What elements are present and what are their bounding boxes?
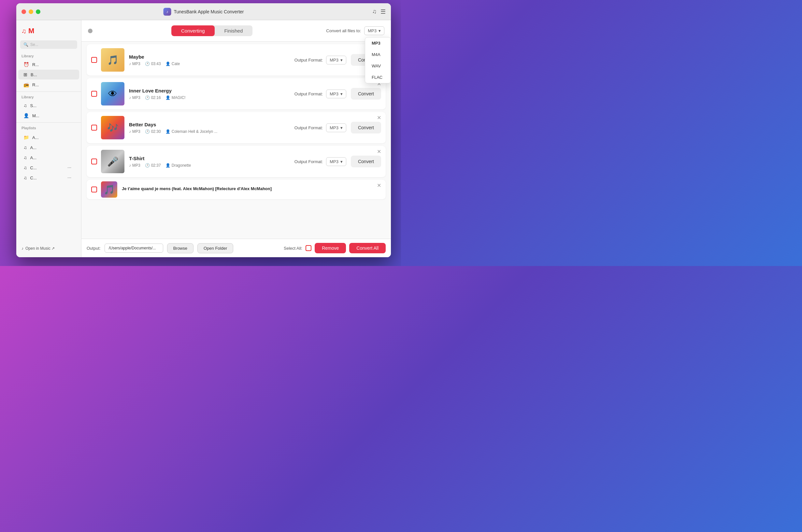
person-icon-inner: 👤 [166,95,170,100]
open-folder-button[interactable]: Open Folder [198,243,233,253]
song-thumb-jem: 🎵 [101,182,117,197]
playlist-icon-c1: ♫ [23,165,27,170]
browse-icon: ⊞ [23,72,27,77]
close-button[interactable] [21,10,26,14]
thumb-inner-img: 👁 [101,82,125,106]
sidebar-item-playlist-3[interactable]: ♫ A... [18,153,79,163]
song-row-maybe: 🎵 Maybe ♪ MP3 🕐 03:43 [87,44,386,76]
sidebar-item-membership[interactable]: 👤 M... [18,111,79,120]
minimize-button[interactable] [29,10,33,14]
dropdown-option-mp3[interactable]: MP3 [365,37,391,49]
browse-button[interactable]: Browse [167,243,193,253]
song-format-dropdown-inner[interactable]: MP3 ▾ [326,90,346,98]
menu-icon[interactable]: ☰ [380,8,386,15]
song-row-inner: ✕ 👁 Inner Love Energy ♪ MP3 [87,78,386,109]
convert-button-better[interactable]: Convert [351,122,381,133]
membership-icon: 👤 [23,113,29,118]
song-row-better: ✕ 🎶 Better Days ♪ MP3 🕐 [87,112,386,143]
sidebar-item-playlist-2[interactable]: ♫ A... [18,142,79,152]
sidebar-item-radio[interactable]: 📻 R... [18,80,79,90]
song-thumb-inner: 👁 [101,82,125,106]
song-format-dropdown-tshirt[interactable]: MP3 ▾ [326,157,346,166]
song-format-dropdown-better[interactable]: MP3 ▾ [326,124,346,132]
converter-header: Converting Finished Convert all files to… [81,20,391,42]
song-artist-inner: 👤 MAGIC! [166,95,186,100]
songs-icon: ♫ [23,103,27,108]
song-title-maybe: Maybe [129,54,295,60]
tab-finished[interactable]: Finished [215,25,253,36]
select-all-group: Select All: Remove Convert All [284,243,386,253]
output-path: /Users/apple/Documents/... [105,244,163,253]
song-thumb-tshirt: 🎤 [101,150,125,173]
convert-all-button[interactable]: Convert All [349,243,386,253]
maximize-button[interactable] [36,10,40,14]
song-checkbox-tshirt[interactable] [91,158,97,165]
titlebar-title: TunesBank Apple Music Converter [174,9,244,14]
titlebar: ♪ TunesBank Apple Music Converter ♫ ☰ [16,3,391,20]
song-meta-tshirt: ♪ MP3 🕐 02:37 👤 Dragonette [129,163,295,168]
sidebar-item-playlist-c1[interactable]: ♫ C... ⋯ [18,163,79,173]
convert-button-tshirt[interactable]: Convert [351,156,381,167]
music-note-icon-better: ♪ [129,129,131,134]
traffic-lights [21,10,40,14]
song-artist-maybe: 👤 Cate [166,61,180,66]
convert-button-inner[interactable]: Convert [351,88,381,100]
sidebar-item-browse[interactable]: ⊞ B... [18,70,79,79]
sidebar-item-songs[interactable]: ♫ S... [18,101,79,110]
song-thumb-maybe: 🎵 [101,48,125,72]
song-title-tshirt: T-Shirt [129,156,295,161]
select-all-checkbox[interactable] [305,245,312,251]
output-label: Output: [87,246,101,251]
converter-panel: Converting Finished Convert all files to… [81,20,391,257]
song-meta-better: ♪ MP3 🕐 02:30 👤 Coleman Hell & Jocelyn .… [129,129,295,134]
song-output-better: Output Format: MP3 ▾ [295,124,346,132]
playlist-items: 📁 A... ♫ A... ♫ A... ♫ C... ⋯ ♫ [16,133,81,183]
chevron-icon-tshirt: ▾ [340,159,343,164]
close-button-tshirt[interactable]: ✕ [377,149,381,154]
remove-button[interactable]: Remove [315,243,346,253]
song-title-inner: Inner Love Energy [129,88,295,93]
playlist-icon-c2: ♫ [23,175,27,180]
clock-icon-better: 🕐 [145,129,150,134]
song-checkbox-inner[interactable] [91,91,97,97]
person-icon-tshirt: 👤 [166,163,170,168]
sidebar-divider-2 [16,122,81,123]
song-format-tshirt: ♪ MP3 [129,163,141,168]
select-all-label: Select All: [284,246,302,251]
sidebar-item-recents[interactable]: ⏰ R... [18,60,79,69]
music-icon: ♪ [21,246,23,251]
song-info-maybe: Maybe ♪ MP3 🕐 03:43 👤 [129,54,295,66]
song-duration-maybe: 🕐 03:43 [145,61,161,66]
main-window: ♪ TunesBank Apple Music Converter ♫ ☰ ♫ … [16,3,391,257]
header-spacer [88,28,98,33]
dropdown-option-wav[interactable]: WAV [365,60,391,72]
tab-converting[interactable]: Converting [171,25,215,36]
song-info-better: Better Days ♪ MP3 🕐 02:30 👤 [129,122,295,134]
sidebar-search[interactable]: 🔍 Se... [20,40,77,49]
format-dropdown[interactable]: MP3 ▾ [364,26,385,35]
playlist-folder-icon: 📁 [23,135,29,140]
song-checkbox-jem[interactable] [91,187,97,192]
song-checkbox-maybe[interactable] [91,57,97,63]
dropdown-option-m4a[interactable]: M4A [365,49,391,60]
clock-icon: 🕐 [145,61,150,66]
music-note-icon-tshirt: ♪ [129,163,131,168]
open-in-music[interactable]: ♪ Open in Music ↗ [16,244,81,253]
song-checkbox-better[interactable] [91,125,97,131]
tab-group: Converting Finished [171,25,253,36]
library-label: Library [16,53,81,59]
sidebar-item-playlist-c2[interactable]: ♫ C... ⋯ [18,173,79,183]
format-selector: Convert all files to: MP3 ▾ MP3 M4A WAV … [326,26,385,35]
titlebar-right: ♫ ☰ [372,8,386,15]
song-meta-inner: ♪ MP3 🕐 02:16 👤 MAGIC! [129,95,295,100]
playlist-icon[interactable]: ♫ [372,8,377,15]
song-output-inner: Output Format: MP3 ▾ [295,90,346,98]
dropdown-option-flac[interactable]: FLAC [365,72,391,83]
close-button-jem[interactable]: ✕ [377,183,381,188]
song-format-dropdown-maybe[interactable]: MP3 ▾ [326,56,346,64]
close-button-better[interactable]: ✕ [377,115,381,120]
sidebar-item-playlist-1[interactable]: 📁 A... [18,133,79,142]
clock-icon-tshirt: 🕐 [145,163,150,168]
sidebar-divider [16,92,81,92]
song-title-jem: Je t'aime quand je mens (feat. Alex McMa… [122,186,381,191]
